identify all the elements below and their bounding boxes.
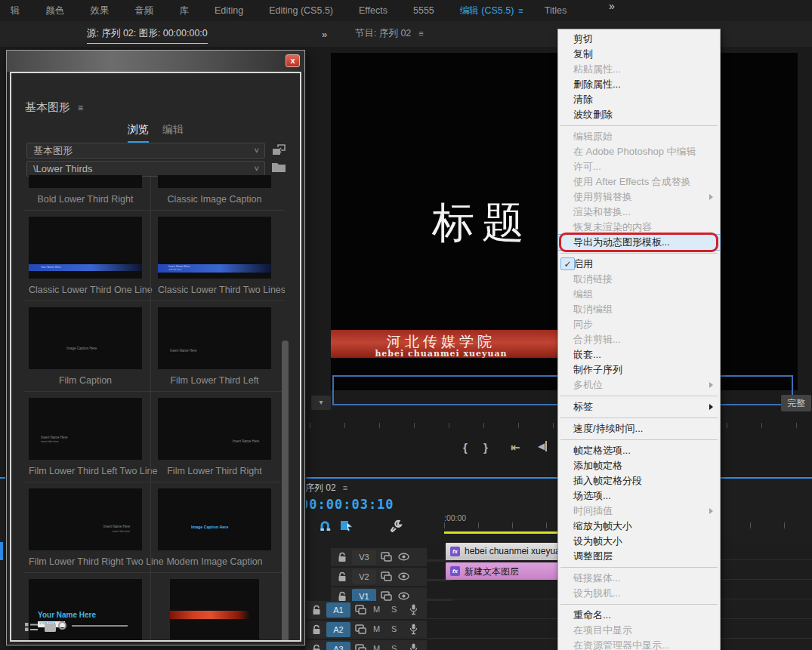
track-mute-button[interactable]: M: [373, 644, 380, 650]
context-menu-item[interactable]: 场选项...: [558, 488, 720, 504]
context-menu-item[interactable]: 使用 After Effects 合成替换: [558, 174, 720, 189]
context-menu-item[interactable]: 复制: [558, 47, 720, 62]
context-menu-item[interactable]: 调整图层: [558, 549, 720, 564]
context-menu-item[interactable]: 在项目中显示: [558, 623, 720, 638]
workspace-tab[interactable]: 辑: [0, 5, 36, 17]
context-menu-item[interactable]: 多机位: [558, 377, 720, 393]
context-menu-item[interactable]: 时间插值: [558, 504, 720, 519]
panel-menu-icon[interactable]: ≡: [518, 6, 523, 15]
context-menu-item[interactable]: 渲染和替换...: [558, 205, 720, 220]
track-solo-button[interactable]: S: [391, 605, 397, 614]
panel-menu-icon[interactable]: ≡: [343, 483, 347, 492]
timeline-timecode[interactable]: 00:00:03:10: [301, 497, 394, 512]
track-voiceover-mic-icon[interactable]: [409, 643, 418, 650]
context-menu-item[interactable]: 粘贴属性...: [558, 62, 720, 77]
timeline-settings-wrench-icon[interactable]: [390, 519, 403, 532]
go-to-in-icon[interactable]: ⇤: [511, 441, 520, 454]
window-titlebar[interactable]: [7, 51, 304, 72]
track-voiceover-mic-icon[interactable]: [409, 604, 418, 615]
track-voiceover-mic-icon[interactable]: [409, 624, 418, 635]
context-menu-item[interactable]: 重命名...: [558, 608, 720, 623]
workspace-overflow-chevron[interactable]: »: [609, 0, 615, 12]
context-menu-item[interactable]: 波纹删除: [558, 107, 720, 122]
panel-menu-icon[interactable]: ≡: [418, 29, 423, 38]
linked-selection-icon[interactable]: [340, 519, 354, 532]
context-menu-item[interactable]: [558, 436, 720, 443]
context-menu-item[interactable]: 编辑原始: [558, 129, 720, 144]
context-menu-item[interactable]: 设为帧大小: [558, 534, 720, 549]
workspace-tab[interactable]: 编辑 (CS5.5)≡: [449, 5, 534, 17]
context-menu-item[interactable]: 使用剪辑替换: [558, 189, 720, 205]
context-menu-item[interactable]: [558, 601, 720, 608]
context-menu-item[interactable]: 添加帧定格: [558, 458, 720, 473]
context-menu-item[interactable]: [558, 414, 720, 421]
context-menu-item[interactable]: ✓ 启用: [558, 257, 720, 272]
context-menu-item[interactable]: [558, 393, 720, 399]
context-menu-item[interactable]: 帧定格选项...: [558, 443, 720, 458]
category-dropdown[interactable]: 基本图形˅: [26, 143, 265, 159]
panel-menu-icon[interactable]: ≡: [78, 103, 83, 113]
new-folder-icon[interactable]: [271, 161, 288, 176]
mark-out-icon[interactable]: }: [483, 441, 488, 454]
context-menu-item[interactable]: 同步: [558, 317, 720, 332]
mark-in-icon[interactable]: {: [463, 441, 468, 454]
context-menu-item[interactable]: 插入帧定格分段: [558, 473, 720, 488]
track-target-button[interactable]: A1: [326, 602, 350, 618]
thumbnail-size-slider-knob[interactable]: [58, 621, 66, 630]
track-lock-icon[interactable]: [338, 552, 347, 562]
context-menu-item[interactable]: 制作子序列: [558, 362, 720, 377]
tab-browse[interactable]: 浏览: [128, 123, 149, 143]
template-item[interactable]: Image Caption Here Modern Image Caption: [158, 488, 271, 579]
template-item[interactable]: Insert Name Here Film Lower Third Right: [158, 398, 271, 488]
context-menu-item[interactable]: 取消编组: [558, 302, 720, 317]
install-template-icon[interactable]: [271, 143, 288, 158]
workspace-tab[interactable]: Effects: [348, 5, 403, 16]
tab-overflow-chevron[interactable]: »: [322, 29, 327, 40]
context-menu-item[interactable]: 设为脱机...: [558, 586, 720, 601]
track-solo-button[interactable]: S: [391, 624, 397, 633]
workspace-tab[interactable]: 音频: [125, 5, 169, 17]
context-menu-item[interactable]: 合并剪辑...: [558, 332, 720, 347]
track-output-eye-icon[interactable]: [398, 592, 409, 600]
track-mute-button[interactable]: M: [373, 624, 380, 633]
template-item[interactable]: Insert Name Here insert title here Film …: [29, 488, 142, 579]
list-view-icon[interactable]: [25, 622, 38, 632]
context-menu-item[interactable]: 取消链接: [558, 272, 720, 287]
context-menu-item[interactable]: 删除属性...: [558, 77, 720, 92]
context-menu-item[interactable]: 在资源管理器中显示...: [558, 638, 720, 650]
context-menu-item[interactable]: 链接媒体...: [558, 571, 720, 586]
track-lock-icon[interactable]: [312, 624, 321, 635]
track-lock-icon[interactable]: [338, 591, 347, 602]
thumbnail-view-icon[interactable]: [45, 624, 56, 632]
workspace-tab[interactable]: 5555: [403, 5, 449, 16]
timeline-sequence-tab[interactable]: 序列 02≡: [305, 482, 347, 494]
template-item[interactable]: Insert Name Here and title here Classic …: [158, 217, 271, 307]
zoom-level-dropdown[interactable]: ▾: [311, 396, 331, 410]
template-item[interactable]: Insert Name Here Film Lower Third Left: [158, 307, 271, 398]
playback-resolution-dropdown[interactable]: 完整: [781, 395, 811, 411]
source-monitor-tab[interactable]: 源: 序列 02: 图形: 00:00:00:0: [87, 27, 208, 44]
template-item[interactable]: Insert Name Here insert title here Film …: [29, 398, 142, 488]
track-lock-icon[interactable]: [312, 644, 321, 650]
tab-edit[interactable]: 编辑: [162, 123, 184, 137]
program-monitor-tab[interactable]: 节目: 序列 02≡: [355, 27, 424, 40]
track-target-button[interactable]: A2: [326, 622, 350, 637]
context-menu-item[interactable]: 速度/持续时间...: [558, 421, 720, 436]
track-scroll-indicator[interactable]: [0, 542, 3, 560]
track-output-eye-icon[interactable]: [398, 572, 409, 581]
workspace-tab[interactable]: Editing: [204, 5, 258, 16]
snap-magnet-icon[interactable]: [319, 519, 331, 532]
context-menu-item[interactable]: [558, 564, 720, 571]
context-menu-item[interactable]: 嵌套...: [558, 347, 720, 362]
workspace-tab[interactable]: 效果: [80, 5, 125, 17]
template-item[interactable]: Image Caption Here Film Caption: [29, 307, 142, 398]
track-sync-lock-icon[interactable]: [381, 591, 392, 601]
context-menu-item[interactable]: 在 Adobe Photoshop 中编辑: [558, 144, 720, 159]
step-back-icon[interactable]: ◀: [538, 441, 547, 451]
thumbnail-size-slider-track[interactable]: [72, 625, 128, 627]
context-menu-item[interactable]: 导出为动态图形模板...: [558, 235, 720, 250]
track-mute-button[interactable]: M: [373, 605, 380, 614]
track-target-button[interactable]: V2: [352, 569, 376, 584]
context-menu-item[interactable]: 恢复未渲染的内容: [558, 220, 720, 235]
track-lock-icon[interactable]: [312, 605, 321, 615]
